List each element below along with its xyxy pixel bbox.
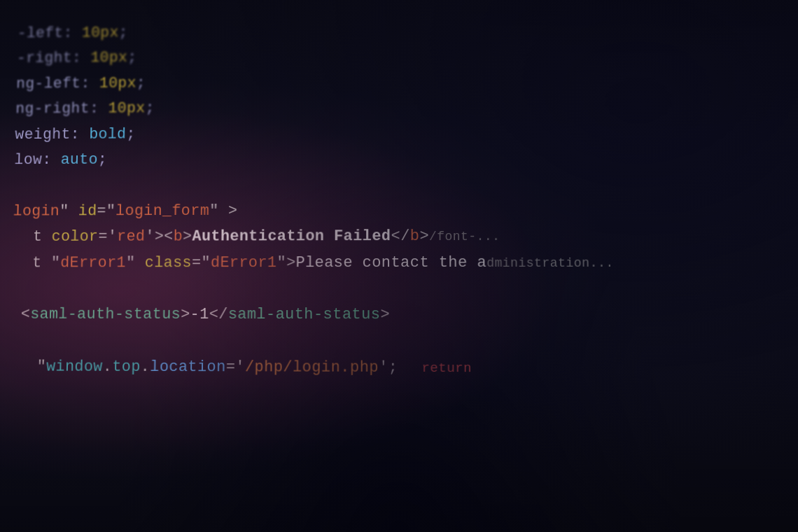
code-container: -left: 10px; -right: 10px; ng-left: 10px… xyxy=(0,1,798,532)
code-line-8: t color='red'><b>Authentication Failed</… xyxy=(12,223,795,250)
code-line-5: weight: bold; xyxy=(15,118,793,148)
code-line-blank1 xyxy=(13,170,794,198)
code-screen: -left: 10px; -right: 10px; ng-left: 10px… xyxy=(0,0,798,532)
code-line-6: low: auto; xyxy=(14,144,793,173)
code-line-9: t "dError1" class="dError1">Please conta… xyxy=(12,249,797,276)
code-line-4: ng-right: 10px; xyxy=(15,92,792,122)
code-line-7: login" id="login_form" > xyxy=(13,197,794,225)
code-line-blank3 xyxy=(10,328,798,356)
location-text: location xyxy=(150,358,226,376)
code-line-blank2 xyxy=(11,276,797,302)
code-line-11: <saml-auth-status>-1</saml-auth-status> xyxy=(10,302,797,329)
code-line-13: "window.top.location='/php/login.php'; r… xyxy=(9,354,798,383)
